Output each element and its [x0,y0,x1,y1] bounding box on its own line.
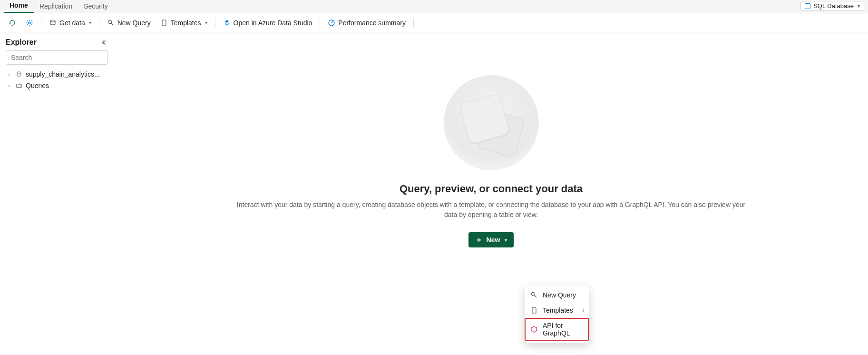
open-azure-data-studio-button[interactable]: Open in Azure Data Studio [219,17,316,29]
toolbar-separator [413,18,414,28]
chevron-down-icon: ▾ [505,237,507,243]
open-ads-label: Open in Azure Data Studio [234,19,312,27]
performance-summary-button[interactable]: Performance summary [324,17,410,29]
chevron-right-icon: › [6,71,12,77]
toolbar: Get data ▾ New Query Templates ▾ Open in… [0,13,868,32]
document-icon [530,306,538,314]
new-query-button[interactable]: New Query [103,17,155,29]
folder-icon [15,82,23,89]
svg-point-10 [534,332,535,333]
search-wrap [0,50,114,69]
explorer-sidebar: Explorer › supply_chain_analytics... › [0,32,114,355]
svg-marker-6 [532,326,536,332]
svg-point-8 [536,327,537,328]
toolbar-separator [215,18,215,28]
body: Explorer › supply_chain_analytics... › [0,32,868,355]
gear-icon [26,19,33,27]
svg-point-9 [536,330,537,331]
document-icon [160,19,168,27]
perf-summary-label: Performance summary [338,19,406,27]
tab-home[interactable]: Home [4,0,34,13]
toolbar-separator [41,18,41,28]
svg-point-11 [531,330,532,331]
app-root: Home Replication Security SQL Database ▾… [0,0,868,355]
svg-point-0 [29,21,30,23]
dropdown-item-new-query[interactable]: New Query [525,287,589,303]
dropdown-item-label: API for GraphQL [543,322,583,337]
database-type-label: SQL Database [813,2,854,10]
database-type-badge[interactable]: SQL Database ▾ [800,1,864,11]
tab-bar: Home Replication Security SQL Database ▾ [0,0,868,13]
query-icon [530,291,538,299]
sidebar-title: Explorer [6,38,37,47]
get-data-label: Get data [59,19,85,27]
templates-button[interactable]: Templates ▾ [156,17,211,29]
tree-item-label: Queries [26,82,49,89]
search-input[interactable] [6,50,108,65]
graphql-icon [530,325,538,333]
chevron-down-icon: ▾ [205,20,207,25]
collapse-sidebar-button[interactable] [101,39,108,46]
settings-button[interactable] [22,17,37,29]
database-in-icon [49,19,57,27]
svg-point-4 [17,72,21,73]
chevron-down-icon: ▾ [858,3,860,9]
tree-item-label: supply_chain_analytics... [26,70,100,78]
tab-security[interactable]: Security [78,0,114,13]
tab-replication[interactable]: Replication [34,0,78,13]
database-icon [15,70,23,78]
explorer-tree: › supply_chain_analytics... › Queries [0,69,114,91]
dropdown-item-api-graphql[interactable]: API for GraphQL [525,318,589,341]
gauge-icon [328,19,335,27]
svg-point-12 [531,327,532,328]
dropdown-item-label: New Query [543,291,576,299]
new-button[interactable]: ＋ New ▾ [468,232,514,247]
query-icon [107,19,115,27]
hero-subtitle: Interact with your data by starting a qu… [215,200,767,220]
plus-icon: ＋ [475,236,483,244]
sidebar-header: Explorer [0,36,114,50]
chevron-right-icon: › [583,307,585,314]
new-dropdown-menu: New Query Templates › API for GraphQL [525,286,589,343]
refresh-button[interactable] [5,17,20,29]
chevron-down-icon: ▾ [89,20,91,25]
svg-point-1 [50,20,55,22]
hero-illustration [444,75,539,170]
toolbar-separator [99,18,99,28]
svg-point-2 [108,20,111,23]
azure-icon [223,19,231,27]
refresh-icon [9,19,16,27]
hero-title: Query, preview, or connect your data [400,183,583,195]
tree-item-queries[interactable]: › Queries [3,80,111,91]
tree-item-database[interactable]: › supply_chain_analytics... [3,69,111,80]
dropdown-item-templates[interactable]: Templates › [525,303,589,318]
new-button-label: New [487,236,500,244]
chevron-right-icon: › [6,83,12,89]
main-content: Query, preview, or connect your data Int… [114,32,868,355]
get-data-button[interactable]: Get data ▾ [45,17,95,29]
database-icon [805,3,810,9]
svg-point-7 [534,326,535,327]
templates-label: Templates [171,19,201,27]
new-query-label: New Query [117,19,151,27]
svg-point-5 [532,293,535,296]
dropdown-item-label: Templates [543,306,573,314]
toolbar-separator [320,18,320,28]
